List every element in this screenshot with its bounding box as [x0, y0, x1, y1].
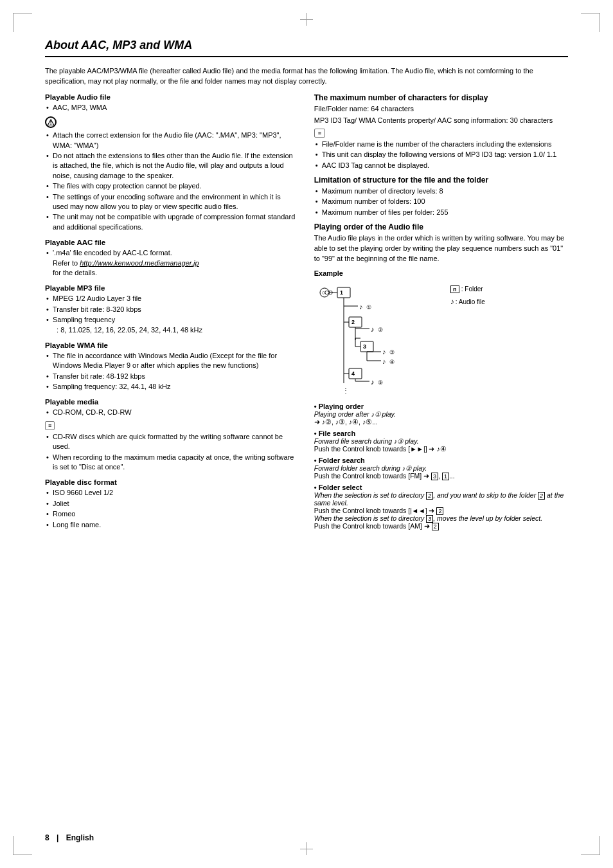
- list-item: The unit may not be compatible with upgr…: [45, 212, 296, 232]
- note-icon-block: ≡: [45, 421, 296, 430]
- playable-mp3-title: Playable MP3 file: [45, 284, 296, 292]
- list-item: When recording to the maximum media capa…: [45, 453, 296, 473]
- playing-order-italic: Playing order after ♪① play.: [314, 410, 396, 418]
- svg-rect-29: [349, 368, 362, 379]
- page-footer: 8 | English: [45, 833, 94, 842]
- playing-order-sequence: ➜ ♪②, ♪③, ♪④, ♪⑤...: [314, 418, 378, 426]
- list-item: The file in accordance with Windows Medi…: [45, 351, 296, 371]
- list-item: Romeo: [45, 509, 296, 519]
- folder-num-1: 1: [442, 473, 449, 480]
- svg-text:③: ③: [389, 349, 395, 356]
- disc-format-list: ISO 9660 Level 1/2 Joliet Romeo Long fil…: [45, 488, 296, 530]
- intro-text: The playable AAC/MP3/WMA file (hereafter…: [45, 66, 568, 87]
- playable-audio-title: Playable Audio file: [45, 93, 296, 101]
- playable-aac-title: Playable AAC file: [45, 239, 296, 246]
- left-column: Playable Audio file AAC, MP3, WMA ⚠ Atta…: [45, 93, 296, 534]
- folder-select-body2: Push the Control knob towards [AM] ➜ 2: [314, 522, 439, 530]
- svg-text:⑤: ⑤: [378, 379, 383, 386]
- max-chars-heading: The maximum number of characters for dis…: [314, 93, 565, 102]
- list-item: Sampling frequency: 32, 44.1, 48 kHz: [45, 382, 296, 392]
- svg-text:♪: ♪: [382, 357, 386, 365]
- svg-text:⋮: ⋮: [342, 387, 349, 394]
- note-icon-block-right: ≡: [314, 129, 565, 138]
- list-item: Transfer bit rate: 48-192 kbps: [45, 372, 296, 381]
- playable-media-list: CD-ROM, CD-R, CD-RW: [45, 408, 296, 417]
- list-item: Long file name.: [45, 520, 296, 530]
- playing-order-body: The Audio file plays in the order which …: [314, 233, 565, 264]
- svg-text:3: 3: [363, 343, 366, 350]
- list-item: Maximum number of directory levels: 8: [314, 186, 565, 196]
- folder-select-body1: Push the Control knob towards [|◄◄] ➜ 2: [314, 507, 444, 514]
- playable-audio-list: AAC, MP3, WMA: [45, 103, 296, 113]
- playable-aac-list: '.m4a' file encoded by AAC-LC format.Ref…: [45, 248, 296, 278]
- playable-mp3-list: MPEG 1/2 Audio Layer 3 file Transfer bit…: [45, 294, 296, 335]
- playable-wma-title: Playable WMA file: [45, 341, 296, 349]
- svg-text:①: ①: [366, 304, 371, 311]
- file-search-italic: Forward file search during ♪③ play.: [314, 437, 419, 445]
- svg-text:②: ②: [378, 327, 383, 333]
- list-item: ISO 9660 Level 1/2: [45, 488, 296, 498]
- footer-page-num: 8: [45, 833, 49, 842]
- playable-wma-list: The file in accordance with Windows Medi…: [45, 351, 296, 392]
- diagram-svg: ○ CD 1 ♪ ① 2: [314, 284, 443, 396]
- dir-2-icon: 2: [426, 492, 433, 500]
- svg-text:♪: ♪: [371, 325, 375, 333]
- list-item: File/Folder name is the number of the ch…: [314, 140, 565, 149]
- folder-select-italic1: When the selection is set to directory 2…: [314, 491, 564, 507]
- svg-rect-17: [360, 341, 373, 352]
- list-item: The settings of your encoding software a…: [45, 192, 296, 212]
- right-column: The maximum number of characters for dis…: [314, 93, 565, 534]
- warning-list: Attach the correct extension for the Aud…: [45, 131, 296, 232]
- list-item: '.m4a' file encoded by AAC-LC format.Ref…: [45, 248, 296, 278]
- folder-search-body: Push the Control knob towards [FM] ➜ 3, …: [314, 472, 455, 480]
- list-item: CD-RW discs which are quick formatted by…: [45, 432, 296, 452]
- folder-2-icon: 2: [538, 492, 545, 500]
- file-search-body: Push the Control knob towards [►►|] ➜ ♪④: [314, 445, 447, 453]
- svg-text:♪: ♪: [359, 303, 363, 311]
- list-item: Maximum number of folders: 100: [314, 197, 565, 206]
- result-2b-icon: 2: [432, 523, 439, 530]
- list-item: CD-ROM, CD-R, CD-RW: [45, 408, 296, 417]
- list-item: Joliet: [45, 499, 296, 509]
- warning-icon-block: ⚠: [45, 116, 296, 128]
- disc-format-title: Playable disc format: [45, 478, 296, 486]
- max-chars-body1: File/Folder name: 64 characters: [314, 104, 565, 114]
- svg-text:1: 1: [340, 289, 343, 296]
- limitation-list: Maximum number of directory levels: 8 Ma…: [314, 186, 565, 217]
- list-item: AAC, MP3, WMA: [45, 103, 296, 113]
- folder-search-section: • Folder search Forward folder search du…: [314, 457, 565, 480]
- list-item: Maximum number of files per folder: 255: [314, 208, 565, 217]
- list-item: AAC ID3 Tag cannot be displayed.: [314, 161, 565, 170]
- svg-rect-10: [349, 317, 362, 327]
- media-note-list: CD-RW discs which are quick formatted by…: [45, 432, 296, 473]
- list-item: Do not attach the extensions to files ot…: [45, 151, 296, 181]
- diagram-legend: n: Folder ♪: Audio file: [450, 281, 485, 309]
- svg-rect-3: [337, 287, 350, 298]
- playing-order-section: • Playing order Playing order after ♪① p…: [314, 402, 565, 426]
- svg-text:2: 2: [351, 319, 355, 325]
- playable-media-title: Playable media: [45, 398, 296, 406]
- list-item: MPEG 1/2 Audio Layer 3 file: [45, 294, 296, 303]
- footer-divider: |: [57, 833, 58, 842]
- playing-order-heading: Playing order of the Audio file: [314, 222, 565, 231]
- example-label: Example: [314, 269, 565, 277]
- svg-text:④: ④: [389, 359, 395, 365]
- footer-lang: English: [66, 833, 94, 842]
- list-item: This unit can display the following vers…: [314, 150, 565, 159]
- legend-audio: ♪: Audio file: [450, 295, 485, 309]
- warning-triangle-icon: ⚠: [45, 116, 57, 128]
- legend-folder: n: Folder: [450, 284, 485, 295]
- note-icon: ≡: [45, 421, 55, 430]
- folder-select-italic2: When the selection is set to directory 3…: [314, 514, 542, 522]
- playing-order-label: • Playing order: [314, 402, 364, 410]
- list-item: Transfer bit rate: 8-320 kbps: [45, 305, 296, 314]
- music-note-icon: ♪: [450, 297, 454, 306]
- list-item: The files with copy protection cannot be…: [45, 181, 296, 191]
- folder-search-label: • Folder search: [314, 457, 365, 464]
- folder-num-3: 3: [431, 473, 438, 480]
- svg-text:♪: ♪: [371, 378, 375, 386]
- folder-select-section: • Folder select When the selection is se…: [314, 484, 565, 530]
- max-chars-note-list: File/Folder name is the number of the ch…: [314, 140, 565, 170]
- note-icon-right: ≡: [314, 129, 325, 138]
- folder-search-italic: Forward folder search during ♪② play.: [314, 464, 427, 472]
